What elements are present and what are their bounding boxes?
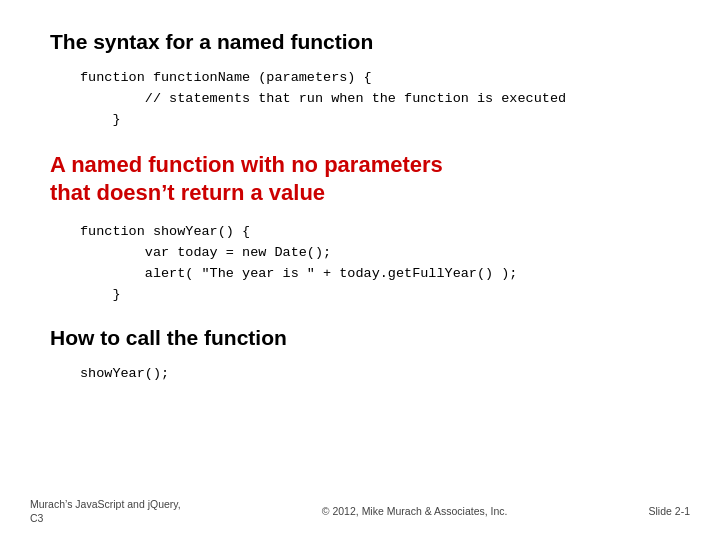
section2-title: A named function with no parameters that…: [50, 151, 670, 208]
section1-code: function functionName (parameters) { // …: [50, 62, 670, 137]
section1-title: The syntax for a named function: [50, 30, 670, 54]
section2-code: function showYear() { var today = new Da…: [50, 216, 670, 312]
section3-code: showYear();: [50, 358, 670, 391]
section3: How to call the function showYear();: [50, 326, 670, 391]
section1: The syntax for a named function function…: [50, 30, 670, 137]
slide-container: The syntax for a named function function…: [0, 0, 720, 540]
footer-left: Murach’s JavaScript and jQuery, C3: [30, 497, 181, 526]
slide-footer: Murach’s JavaScript and jQuery, C3 © 201…: [0, 497, 720, 526]
footer-center: © 2012, Mike Murach & Associates, Inc.: [322, 505, 508, 517]
section3-title: How to call the function: [50, 326, 670, 350]
section2: A named function with no parameters that…: [50, 151, 670, 312]
footer-right: Slide 2-1: [649, 505, 690, 517]
